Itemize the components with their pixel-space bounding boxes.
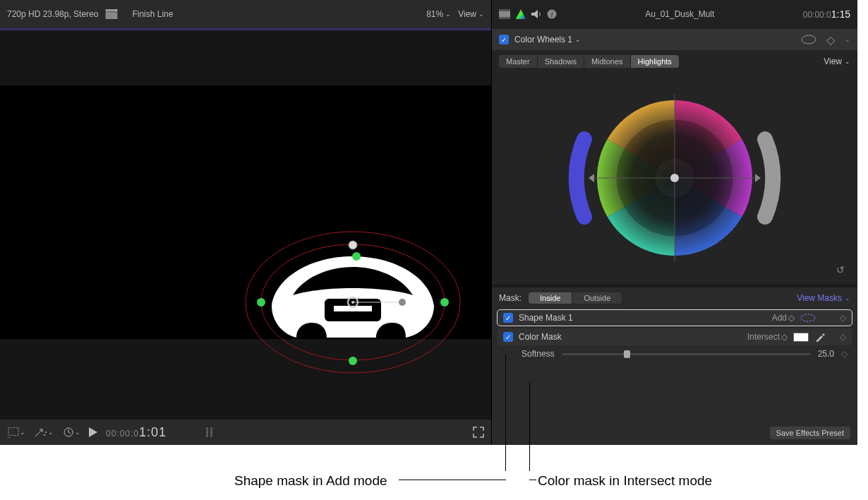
- mask-item-color[interactable]: ✓ Color Mask Intersect ◇ ◇: [498, 328, 852, 345]
- mask-mode-select[interactable]: Add ◇: [772, 313, 795, 323]
- inspector-view-menu[interactable]: View⌄: [824, 56, 850, 66]
- callout-shape: Shape mask in Add mode: [234, 473, 387, 489]
- mask-row: Mask: Inside Outside View Masks⌄: [492, 287, 857, 309]
- app-frame: 720p HD 23.98p, Stereo Finish Line 81%⌄ …: [0, 0, 857, 445]
- format-label: 720p HD 23.98p, Stereo: [7, 9, 98, 19]
- chevron-down-icon: ⌄: [478, 11, 484, 18]
- callout-line: [505, 355, 506, 471]
- viewer-panel: 720p HD 23.98p, Stereo Finish Line 81%⌄ …: [0, 0, 492, 445]
- svg-point-16: [440, 298, 449, 306]
- mask-shape-icon[interactable]: [801, 35, 816, 44]
- svg-marker-39: [589, 174, 594, 182]
- crop-tool-icon[interactable]: ⌄: [7, 427, 25, 438]
- effects-tool-icon[interactable]: ⌄: [34, 427, 54, 438]
- mask-inside-outside: Inside Outside: [529, 292, 622, 304]
- timecode-prefix: 00:00:0: [106, 429, 139, 439]
- svg-point-12: [399, 299, 406, 306]
- mask-inside[interactable]: Inside: [529, 292, 572, 304]
- svg-marker-22: [89, 427, 97, 437]
- svg-rect-24: [210, 427, 212, 437]
- mask-outside[interactable]: Outside: [572, 292, 622, 304]
- svg-point-32: [802, 35, 816, 44]
- mask-mode-label: Intersect: [747, 332, 780, 342]
- callout-line: [529, 480, 536, 480]
- chevron-down-icon: ⌄: [445, 11, 451, 18]
- svg-rect-23: [206, 427, 208, 437]
- svg-point-11: [351, 301, 354, 304]
- mask-item-name: Color Mask: [519, 332, 562, 342]
- mask-enabled-checkbox[interactable]: ✓: [503, 313, 513, 323]
- ellipse-icon[interactable]: [800, 314, 816, 322]
- keyframe-diamond-icon[interactable]: ◇: [841, 349, 848, 359]
- effect-header-row: ✓ Color Wheels 1⌄ ◇ ⌄: [492, 28, 857, 51]
- duration-prefix: 00:00:0: [803, 10, 831, 20]
- callouts: Shape mask in Add mode Color mask in Int…: [0, 446, 857, 496]
- save-effects-preset-button[interactable]: Save Effects Preset: [770, 427, 850, 439]
- tab-shadows[interactable]: Shadows: [538, 55, 584, 68]
- shape-mask-overlay[interactable]: [243, 228, 462, 376]
- color-swatch[interactable]: [793, 333, 809, 342]
- svg-point-13: [349, 241, 357, 249]
- fullscreen-icon[interactable]: [473, 427, 484, 438]
- mask-enabled-checkbox[interactable]: ✓: [503, 332, 513, 342]
- chevron-down-icon: ⌄: [75, 429, 80, 436]
- svg-point-41: [801, 314, 815, 321]
- viewer-toolbar: 720p HD 23.98p, Stereo Finish Line 81%⌄ …: [0, 0, 491, 28]
- video-inspector-icon[interactable]: [499, 9, 510, 19]
- tab-highlights[interactable]: Highlights: [631, 55, 679, 68]
- keyframe-diamond-icon[interactable]: ◇: [840, 332, 846, 342]
- duration-suffix: 1:15: [831, 8, 850, 20]
- svg-point-19: [44, 434, 45, 436]
- timecode-suffix: 1:01: [139, 425, 167, 439]
- tab-master[interactable]: Master: [499, 55, 538, 68]
- inspector-duration: 00:00:01:15: [803, 8, 850, 20]
- color-inspector-icon[interactable]: [516, 9, 526, 19]
- audio-inspector-icon[interactable]: [531, 9, 541, 19]
- svg-point-14: [349, 357, 357, 365]
- inspector-footer: Save Effects Preset: [492, 421, 857, 445]
- clapperboard-icon[interactable]: [105, 9, 118, 19]
- viewer-canvas[interactable]: [0, 30, 491, 419]
- chevron-down-icon: ⌄: [845, 294, 850, 302]
- zoom-value: 81%: [426, 9, 443, 19]
- effect-enabled-checkbox[interactable]: ✓: [499, 35, 509, 44]
- mask-item-name: Shape Mask 1: [519, 313, 573, 323]
- chevron-down-icon: ⌄: [20, 429, 25, 436]
- stepper-icon: ◇: [781, 332, 788, 342]
- current-timecode: 00:00:01:01: [106, 425, 167, 440]
- inspector-clip-title: Au_01_Dusk_Mult: [562, 9, 797, 19]
- svg-marker-28: [516, 9, 526, 19]
- chevron-down-icon[interactable]: ⌄: [845, 36, 850, 43]
- mask-mode-select[interactable]: Intersect ◇: [747, 332, 788, 342]
- inspector-header: i Au_01_Dusk_Mult 00:00:01:15: [492, 0, 857, 28]
- zoom-select[interactable]: 81%⌄: [426, 9, 451, 19]
- color-wheel-area[interactable]: ↺: [492, 72, 857, 284]
- wheel-tabs-row: Master Shadows Midtones Highlights View⌄: [492, 51, 857, 72]
- svg-rect-27: [499, 17, 510, 19]
- softness-slider[interactable]: [562, 353, 811, 355]
- retime-tool-icon[interactable]: ⌄: [62, 427, 80, 438]
- tab-midtones[interactable]: Midtones: [584, 55, 631, 68]
- view-label: View: [458, 9, 476, 19]
- keyframe-diamond-icon[interactable]: ◇: [840, 313, 846, 323]
- callout-color: Color mask in Intersect mode: [538, 473, 712, 489]
- eyedropper-icon[interactable]: [814, 331, 826, 343]
- clip-name: Finish Line: [125, 9, 419, 19]
- play-button-icon[interactable]: [89, 427, 97, 437]
- info-inspector-icon[interactable]: i: [547, 9, 557, 19]
- audio-meter-icon[interactable]: [205, 426, 215, 439]
- view-masks-label: View Masks: [797, 293, 842, 303]
- mask-label: Mask:: [499, 293, 522, 303]
- keyframe-diamond-icon[interactable]: ◇: [826, 33, 835, 47]
- svg-point-20: [45, 431, 47, 433]
- stepper-icon: ◇: [788, 313, 795, 323]
- svg-point-15: [257, 298, 265, 306]
- svg-marker-40: [755, 174, 761, 182]
- view-masks-link[interactable]: View Masks⌄: [797, 293, 850, 303]
- effect-name-dropdown[interactable]: Color Wheels 1⌄: [514, 35, 581, 44]
- viewer-view-select[interactable]: View⌄: [458, 9, 484, 19]
- svg-rect-18: [8, 428, 18, 436]
- mask-item-shape[interactable]: ✓ Shape Mask 1 Add ◇ ◇: [498, 310, 852, 326]
- reset-icon[interactable]: ↺: [836, 264, 845, 275]
- svg-point-17: [352, 252, 361, 261]
